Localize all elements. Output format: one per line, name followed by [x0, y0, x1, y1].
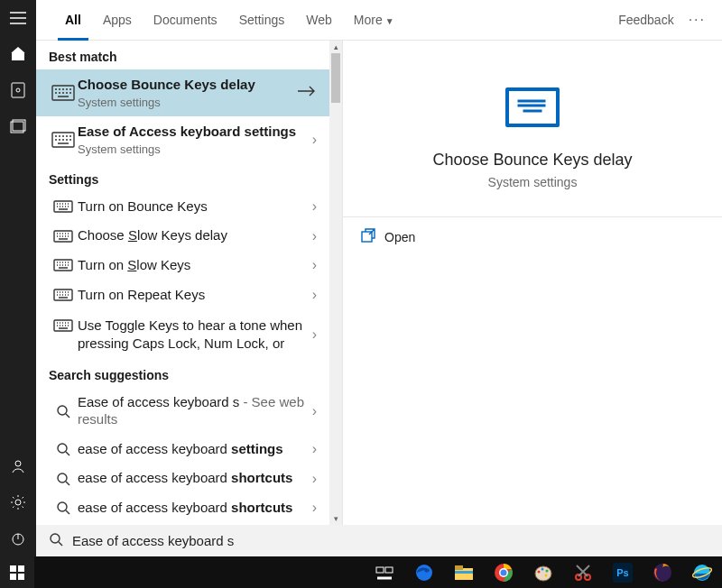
svg-point-16 — [58, 473, 67, 482]
preview-title: Choose Bounce Keys delay — [432, 151, 632, 170]
result-title: Turn on Repeat Keys — [78, 287, 307, 304]
result-subtitle: System settings — [78, 96, 297, 109]
feedback-link[interactable]: Feedback — [609, 13, 682, 27]
photoshop-icon[interactable]: Ps — [603, 556, 643, 588]
taskbar-icons: Ps — [365, 556, 722, 588]
result-suggestion-4[interactable]: ease of access keyboard shortcuts › — [36, 493, 329, 523]
rail-documents-button[interactable] — [0, 72, 36, 108]
svg-point-37 — [545, 574, 548, 576]
result-title: Choose Slow Keys delay — [78, 227, 307, 244]
keyboard-icon — [49, 289, 78, 301]
results-list: Best match Choose Bounce Keys delay Syst… — [36, 41, 329, 525]
search-row — [36, 525, 722, 556]
chevron-right-icon: › — [307, 326, 317, 343]
chevron-down-icon: ▼ — [385, 16, 394, 26]
arrow-right-icon — [297, 85, 317, 101]
svg-rect-24 — [376, 567, 384, 573]
search-input[interactable] — [72, 533, 709, 548]
result-title: Ease of Access keyboard settings — [78, 124, 307, 141]
chevron-right-icon: › — [307, 287, 317, 303]
result-suggestion-1[interactable]: Ease of access keyboard s - See web resu… — [36, 388, 329, 435]
svg-point-34 — [538, 570, 541, 573]
task-view-icon[interactable] — [365, 556, 404, 588]
svg-rect-21 — [18, 565, 24, 572]
open-label: Open — [384, 230, 415, 244]
keyboard-icon — [49, 200, 78, 213]
open-action[interactable]: Open — [361, 228, 704, 245]
ie-icon[interactable] — [682, 556, 722, 588]
svg-point-17 — [58, 502, 67, 511]
result-suggestion-3[interactable]: ease of access keyboard shortcuts › — [36, 464, 329, 493]
more-options-button[interactable]: ··· — [683, 12, 711, 28]
open-icon — [361, 228, 375, 245]
result-setting-5[interactable]: Use Toggle Keys to hear a tone when pres… — [36, 310, 329, 360]
preview-pane: Choose Bounce Keys delay System settings… — [342, 41, 722, 525]
keyboard-icon — [49, 259, 78, 271]
keyboard-icon — [49, 319, 78, 332]
tab-settings[interactable]: Settings — [228, 0, 296, 41]
scroll-up-icon[interactable]: ▴ — [329, 41, 342, 53]
svg-rect-0 — [12, 83, 24, 97]
search-icon — [49, 442, 78, 456]
svg-point-19 — [51, 534, 60, 543]
svg-point-35 — [542, 567, 544, 570]
chevron-right-icon: › — [307, 257, 317, 273]
svg-point-4 — [15, 461, 21, 466]
account-button[interactable] — [0, 448, 36, 484]
explorer-icon[interactable] — [444, 556, 484, 588]
firefox-icon[interactable] — [643, 556, 682, 588]
edge-icon[interactable] — [404, 556, 444, 588]
paint-icon[interactable] — [523, 556, 563, 588]
result-setting-3[interactable]: Turn on Slow Keys › — [36, 251, 329, 280]
tab-apps[interactable]: Apps — [92, 0, 143, 41]
taskbar: Ps — [0, 556, 722, 588]
svg-rect-22 — [10, 574, 16, 580]
result-subtitle: System settings — [78, 142, 307, 156]
keyboard-icon — [49, 132, 78, 148]
tab-web[interactable]: Web — [295, 0, 343, 41]
svg-point-14 — [58, 406, 67, 415]
svg-rect-25 — [385, 567, 393, 573]
filter-tabs: All Apps Documents Settings Web More▼ Fe… — [36, 0, 722, 41]
tab-more[interactable]: More▼ — [343, 0, 405, 41]
chrome-icon[interactable] — [484, 556, 523, 588]
svg-point-32 — [501, 569, 507, 575]
result-title: ease of access keyboard shortcuts — [78, 500, 307, 517]
svg-point-1 — [16, 88, 20, 92]
tab-documents[interactable]: Documents — [143, 0, 228, 41]
svg-point-5 — [15, 500, 21, 505]
scroll-thumb[interactable] — [331, 53, 340, 103]
keyboard-icon — [505, 87, 560, 127]
chevron-right-icon: › — [307, 228, 317, 244]
result-best-1[interactable]: Choose Bounce Keys delay System settings — [36, 69, 329, 116]
chevron-right-icon: › — [307, 441, 317, 457]
rail-pictures-button[interactable] — [0, 108, 36, 144]
search-icon — [49, 532, 63, 550]
svg-rect-23 — [18, 574, 24, 580]
result-title: Turn on Slow Keys — [78, 257, 307, 274]
result-setting-4[interactable]: Turn on Repeat Keys › — [36, 280, 329, 310]
result-suggestion-2[interactable]: ease of access keyboard settings › — [36, 435, 329, 464]
svg-point-26 — [416, 565, 432, 581]
settings-gear-button[interactable] — [0, 484, 36, 520]
tab-all[interactable]: All — [54, 0, 92, 41]
chevron-right-icon: › — [307, 132, 317, 148]
home-button[interactable] — [0, 36, 36, 72]
group-settings: Settings — [36, 163, 329, 192]
search-icon — [49, 501, 78, 515]
svg-rect-20 — [10, 565, 16, 572]
snip-icon[interactable] — [563, 556, 603, 588]
result-setting-1[interactable]: Turn on Bounce Keys › — [36, 192, 329, 222]
power-button[interactable] — [0, 520, 36, 556]
result-setting-2[interactable]: Choose Slow Keys delay › — [36, 221, 329, 251]
start-button[interactable] — [0, 556, 34, 588]
hamburger-button[interactable] — [0, 0, 36, 36]
result-best-2[interactable]: Ease of Access keyboard settings System … — [36, 116, 329, 163]
search-panel: All Apps Documents Settings Web More▼ Fe… — [36, 0, 722, 556]
svg-rect-28 — [455, 565, 463, 570]
result-title: ease of access keyboard shortcuts — [78, 470, 307, 487]
start-rail — [0, 0, 36, 556]
results-scrollbar[interactable]: ▴ ▾ — [329, 41, 342, 525]
scroll-down-icon[interactable]: ▾ — [329, 512, 342, 525]
result-title: ease of access keyboard settings — [78, 441, 307, 458]
